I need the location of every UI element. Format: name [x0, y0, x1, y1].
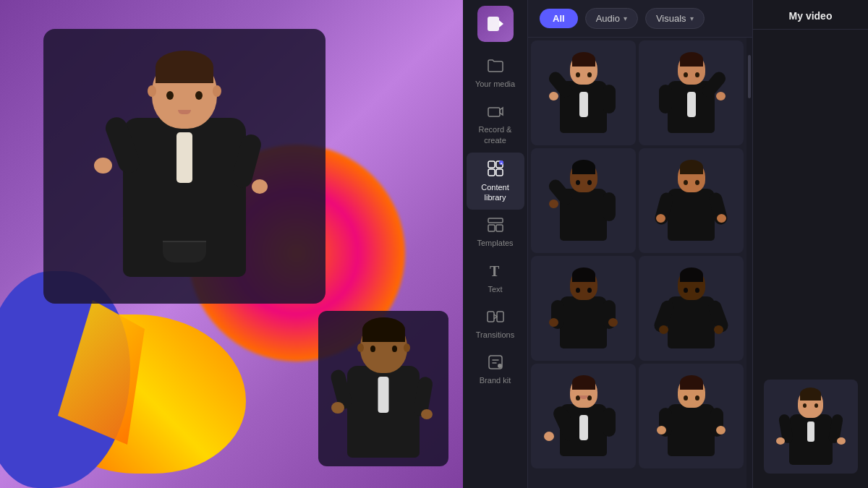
my-video-content: ☛ [753, 30, 868, 488]
svg-rect-11 [496, 225, 503, 231]
avatar-figure-4 [666, 161, 717, 241]
left-panel [0, 0, 463, 488]
sidebar-item-record-create[interactable]: Record &create [467, 96, 524, 153]
text-icon: T [487, 263, 504, 281]
sidebar-label-content-library: Contentlibrary [481, 182, 509, 203]
avatar-figure-1 [558, 53, 609, 133]
template-icon [487, 217, 504, 235]
transitions-icon [487, 309, 504, 327]
avatar-cell-1[interactable] [531, 40, 636, 145]
visuals-chevron-icon: ▾ [690, 14, 694, 22]
main-avatar-card [43, 29, 326, 304]
sidebar-label-record-create: Record &create [479, 124, 512, 145]
filter-visuals-button[interactable]: Visuals ▾ [645, 8, 705, 29]
avatar-cell-3[interactable] [531, 148, 636, 253]
avatar-cell-6[interactable] [639, 256, 744, 361]
svg-text:✦: ✦ [500, 161, 503, 166]
sidebar-item-your-media[interactable]: Your media [467, 51, 524, 96]
svg-rect-14 [497, 312, 503, 322]
svg-rect-0 [488, 17, 499, 31]
audio-chevron-icon: ▾ [624, 14, 627, 22]
small-avatar-card [318, 311, 448, 466]
avatar-figure-2 [666, 53, 717, 133]
avatar-cell-7[interactable] [531, 364, 636, 468]
avatar-cell-5[interactable] [531, 256, 636, 361]
avatar-figure-3 [558, 161, 609, 241]
filter-all-button[interactable]: All [540, 9, 578, 28]
scrollbar[interactable] [746, 38, 752, 488]
svg-point-16 [498, 364, 502, 368]
sidebar-label-text: Text [488, 284, 502, 294]
avatar-cell-8[interactable] [639, 364, 744, 468]
sidebar: Your media Record &create ✦ [463, 0, 528, 488]
sidebar-item-content-library[interactable]: ✦ Contentlibrary [467, 153, 524, 210]
svg-rect-13 [488, 312, 494, 322]
content-area [528, 38, 752, 488]
visuals-label: Visuals [656, 13, 686, 24]
avatar-cell-2[interactable] [639, 40, 744, 145]
audio-label: Audio [596, 13, 620, 24]
main-content: All Audio ▾ Visuals ▾ [528, 0, 752, 488]
right-panel: Your media Record &create ✦ [463, 0, 868, 488]
svg-rect-10 [488, 225, 495, 231]
svg-rect-5 [488, 169, 495, 176]
svg-rect-3 [488, 161, 495, 168]
sidebar-label-templates: Templates [477, 238, 513, 248]
my-video-header: My video [753, 0, 868, 30]
filter-audio-button[interactable]: Audio ▾ [585, 8, 638, 29]
sidebar-label-brand-kit: Brand kit [480, 375, 511, 385]
my-video-label: My video [789, 10, 833, 22]
sidebar-item-transitions[interactable]: Transitions [467, 301, 524, 347]
grid-sparkle-icon: ✦ [487, 160, 504, 179]
folder-icon [487, 58, 504, 76]
svg-rect-2 [488, 108, 500, 116]
avatar-cell-4[interactable] [639, 148, 744, 253]
sidebar-label-transitions: Transitions [476, 330, 514, 340]
avatar-figure-7 [558, 377, 609, 456]
svg-text:T: T [490, 263, 500, 279]
svg-rect-6 [496, 169, 503, 176]
svg-marker-1 [499, 20, 503, 27]
avatar-figure-6 [666, 269, 717, 348]
avatar-grid[interactable] [528, 38, 746, 488]
my-video-sidebar: My video [752, 0, 868, 488]
logo-icon [485, 14, 506, 34]
avatar-figure-5 [558, 269, 609, 348]
sidebar-item-brand-kit[interactable]: Brand kit [467, 347, 524, 393]
avatar-figure-8 [666, 377, 717, 456]
scrollbar-thumb[interactable] [748, 55, 751, 98]
sidebar-item-templates[interactable]: Templates [467, 210, 524, 255]
brand-icon [487, 354, 504, 372]
sidebar-label-your-media: Your media [475, 79, 515, 89]
app-logo[interactable] [477, 6, 514, 42]
toolbar: All Audio ▾ Visuals ▾ [528, 0, 752, 38]
sidebar-item-text[interactable]: T Text [467, 256, 524, 301]
svg-rect-9 [488, 218, 503, 223]
camera-icon [487, 103, 504, 121]
video-thumbnail[interactable]: ☛ [764, 380, 858, 474]
